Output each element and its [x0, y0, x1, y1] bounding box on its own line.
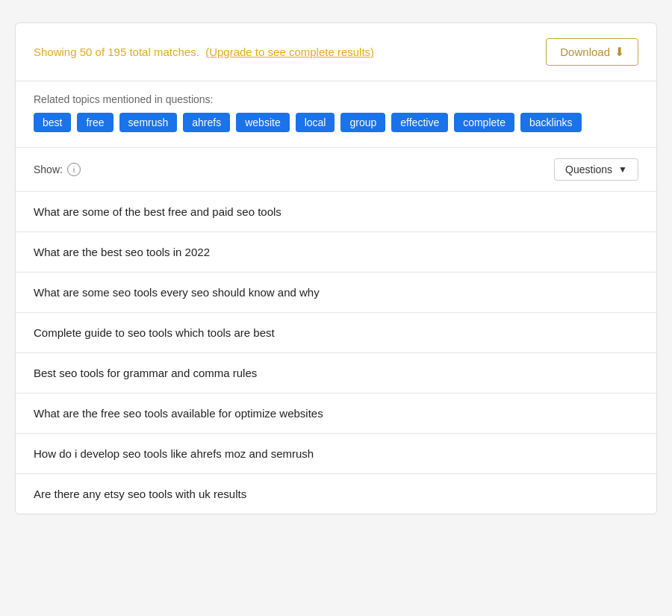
question-row[interactable]: Are there any etsy seo tools with uk res…: [16, 474, 656, 514]
download-label: Download: [560, 46, 610, 58]
questions-list: What are some of the best free and paid …: [16, 192, 656, 514]
topic-tag[interactable]: group: [340, 113, 385, 132]
topics-section: Related topics mentioned in questions: b…: [16, 81, 656, 148]
upgrade-link[interactable]: (Upgrade to see complete results): [205, 46, 374, 58]
topic-tag[interactable]: backlinks: [520, 113, 582, 132]
dropdown-label: Questions: [565, 164, 612, 175]
topic-tag[interactable]: ahrefs: [183, 113, 230, 132]
show-section: Show: i Questions ▼: [16, 148, 656, 192]
main-container: Showing 50 of 195 total matches. (Upgrad…: [15, 22, 657, 514]
topic-tag[interactable]: free: [77, 113, 113, 132]
info-icon[interactable]: i: [67, 163, 81, 176]
download-icon: ⬇: [615, 45, 624, 59]
show-text: Show:: [34, 164, 63, 175]
topic-tag[interactable]: complete: [454, 113, 514, 132]
question-row[interactable]: How do i develop seo tools like ahrefs m…: [16, 434, 656, 474]
question-row[interactable]: Best seo tools for grammar and comma rul…: [16, 353, 656, 393]
topic-tag[interactable]: semrush: [119, 113, 178, 132]
question-row[interactable]: What are the free seo tools available fo…: [16, 393, 656, 434]
download-button[interactable]: Download ⬇: [546, 38, 638, 66]
matches-text: Showing 50 of 195 total matches. (Upgrad…: [34, 46, 374, 58]
question-row[interactable]: Complete guide to seo tools which tools …: [16, 313, 656, 353]
topic-tag[interactable]: best: [34, 113, 71, 132]
topics-label: Related topics mentioned in questions:: [34, 93, 638, 105]
show-label: Show: i: [34, 163, 81, 176]
question-row[interactable]: What are some of the best free and paid …: [16, 192, 656, 232]
matches-count: Showing 50 of 195 total matches.: [34, 46, 199, 58]
header-section: Showing 50 of 195 total matches. (Upgrad…: [16, 23, 656, 81]
questions-dropdown[interactable]: Questions ▼: [554, 158, 638, 181]
topic-tag[interactable]: effective: [391, 113, 448, 132]
topic-tag[interactable]: website: [236, 113, 289, 132]
question-row[interactable]: What are some seo tools every seo should…: [16, 273, 656, 313]
topic-tag[interactable]: local: [296, 113, 335, 132]
chevron-down-icon: ▼: [618, 164, 627, 175]
question-row[interactable]: What are the best seo tools in 2022: [16, 232, 656, 273]
tags-container: bestfreesemrushahrefswebsitelocalgroupef…: [34, 113, 638, 132]
